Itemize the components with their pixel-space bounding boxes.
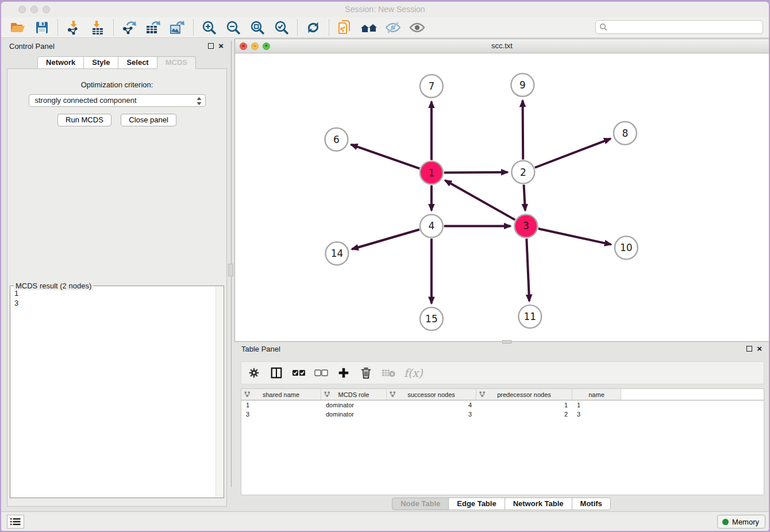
- graph-edge-3-1[interactable]: [445, 180, 515, 220]
- refresh-button[interactable]: [301, 18, 325, 37]
- save-floppy-icon: [35, 21, 49, 34]
- close-panel-icon[interactable]: ×: [218, 43, 224, 49]
- export-table-icon: [145, 20, 161, 35]
- delete-table-button[interactable]: [382, 365, 395, 380]
- network-canvas[interactable]: 7968124314101511: [235, 53, 769, 341]
- table-cell[interactable]: 3: [387, 410, 476, 419]
- svg-text:8: 8: [622, 128, 628, 139]
- control-tab-mcds[interactable]: MCDS: [157, 56, 196, 69]
- table-tab-edge-table[interactable]: Edge Table: [448, 498, 505, 510]
- split-divider-handle[interactable]: [228, 264, 233, 276]
- svg-text:1: 1: [429, 167, 435, 179]
- column-header-successor-nodes[interactable]: successor nodes: [387, 389, 476, 400]
- select-all-checkboxes-button[interactable]: [292, 365, 306, 380]
- table-cell[interactable]: 2: [476, 410, 572, 419]
- export-table-button[interactable]: [141, 18, 165, 37]
- zoom-in-button[interactable]: [197, 18, 221, 37]
- column-header-MCDS-role[interactable]: MCDS role: [321, 389, 387, 400]
- network-window-titlebar[interactable]: × − + scc.txt: [235, 39, 769, 53]
- svg-text:3: 3: [523, 220, 529, 232]
- table-tabs: Node TableEdge TableNetwork TableMotifs: [234, 498, 769, 510]
- graph-node-9[interactable]: 9: [511, 74, 534, 97]
- export-network-button[interactable]: [117, 18, 141, 37]
- refresh-icon: [306, 20, 321, 35]
- save-session-button[interactable]: [30, 18, 54, 37]
- deselect-all-checkboxes-button[interactable]: [314, 365, 328, 380]
- control-panel-title: Control Panel: [9, 42, 55, 51]
- graph-node-7[interactable]: 7: [420, 75, 443, 98]
- column-header-shared-name[interactable]: shared name: [241, 389, 321, 400]
- graph-edge-2-9[interactable]: [523, 101, 523, 160]
- table-cell[interactable]: 3: [241, 410, 321, 419]
- graph-edge-4-14[interactable]: [352, 230, 419, 249]
- hide-graphics-details-button[interactable]: [381, 18, 405, 37]
- table-cell[interactable]: 4: [387, 400, 476, 410]
- graph-node-11[interactable]: 11: [518, 305, 541, 328]
- zoom-selected-button[interactable]: [270, 18, 294, 37]
- import-table-icon: [90, 20, 105, 35]
- toggle-column-panel-button[interactable]: [270, 365, 283, 380]
- graph-edge-2-3[interactable]: [524, 185, 525, 211]
- memory-button[interactable]: Memory: [717, 515, 765, 529]
- float-panel-icon[interactable]: [208, 43, 214, 49]
- import-network-button[interactable]: [61, 18, 86, 37]
- graph-node-3[interactable]: 3: [514, 214, 537, 237]
- graph-node-10[interactable]: 10: [615, 236, 638, 259]
- table-cell[interactable]: dominator: [321, 410, 387, 419]
- search-input[interactable]: [607, 22, 763, 32]
- zoom-out-button[interactable]: [221, 18, 245, 37]
- close-panel-button[interactable]: Close panel: [121, 114, 176, 126]
- control-panel: Control Panel × NetworkStyleSelectMCDS O…: [7, 42, 227, 507]
- table-tab-motifs[interactable]: Motifs: [572, 498, 611, 510]
- graph-node-4[interactable]: 4: [420, 214, 443, 237]
- control-tab-style[interactable]: Style: [83, 56, 118, 69]
- open-network-file-button[interactable]: [333, 18, 357, 37]
- control-tab-network[interactable]: Network: [37, 56, 84, 69]
- column-header-name[interactable]: name: [572, 389, 621, 400]
- graph-node-2[interactable]: 2: [511, 161, 534, 184]
- graph-edge-3-11[interactable]: [526, 238, 529, 301]
- memory-status-icon: [722, 519, 729, 525]
- table-cell[interactable]: 1: [572, 400, 621, 410]
- graph-node-8[interactable]: 8: [614, 122, 637, 145]
- function-builder-button[interactable]: f(x): [404, 367, 423, 379]
- table-tab-network-table[interactable]: Network Table: [505, 498, 572, 510]
- control-tab-select[interactable]: Select: [118, 56, 157, 69]
- window-resize-grip[interactable]: [502, 340, 511, 344]
- table-tab-node-table[interactable]: Node Table: [392, 498, 449, 510]
- graph-node-15[interactable]: 15: [420, 307, 443, 330]
- column-header-predecessor-nodes[interactable]: predecessor nodes: [476, 389, 572, 400]
- graph-node-1[interactable]: 1: [420, 161, 443, 184]
- import-table-button[interactable]: [86, 18, 110, 37]
- memory-label: Memory: [732, 518, 759, 526]
- svg-text:14: 14: [331, 248, 344, 259]
- close-table-panel-icon[interactable]: ×: [757, 346, 762, 352]
- show-graphics-details-button[interactable]: [405, 18, 429, 37]
- table-row[interactable]: 3dominator323: [241, 410, 764, 419]
- graph-edge-1-2[interactable]: [444, 172, 508, 173]
- zoom-out-icon: [226, 20, 241, 35]
- show-task-history-button[interactable]: [7, 515, 24, 529]
- optimization-criterion-select[interactable]: strongly connected component: [29, 94, 206, 107]
- export-image-button[interactable]: [165, 18, 190, 37]
- add-column-button[interactable]: [337, 365, 351, 380]
- graph-edge-1-6[interactable]: [351, 145, 419, 169]
- table-row[interactable]: 1dominator411: [241, 400, 764, 410]
- zoom-fit-button[interactable]: [245, 18, 270, 37]
- graph-edge-3-10[interactable]: [538, 229, 611, 245]
- table-cell[interactable]: dominator: [321, 400, 387, 410]
- result-scrollbar[interactable]: [215, 287, 223, 497]
- graph-node-6[interactable]: 6: [325, 128, 348, 151]
- delete-column-button[interactable]: [359, 365, 373, 380]
- settings-gear-button[interactable]: [247, 365, 261, 380]
- table-cell[interactable]: 3: [572, 410, 621, 419]
- graph-node-14[interactable]: 14: [325, 242, 348, 265]
- search-box[interactable]: [595, 20, 763, 34]
- table-cell[interactable]: 1: [241, 400, 321, 410]
- table-cell[interactable]: 1: [476, 400, 572, 410]
- open-session-button[interactable]: [6, 18, 30, 37]
- float-table-panel-icon[interactable]: [746, 346, 752, 352]
- graph-edge-2-8[interactable]: [535, 138, 611, 167]
- home-view-button[interactable]: [357, 18, 381, 37]
- run-mcds-button[interactable]: Run MCDS: [57, 114, 111, 126]
